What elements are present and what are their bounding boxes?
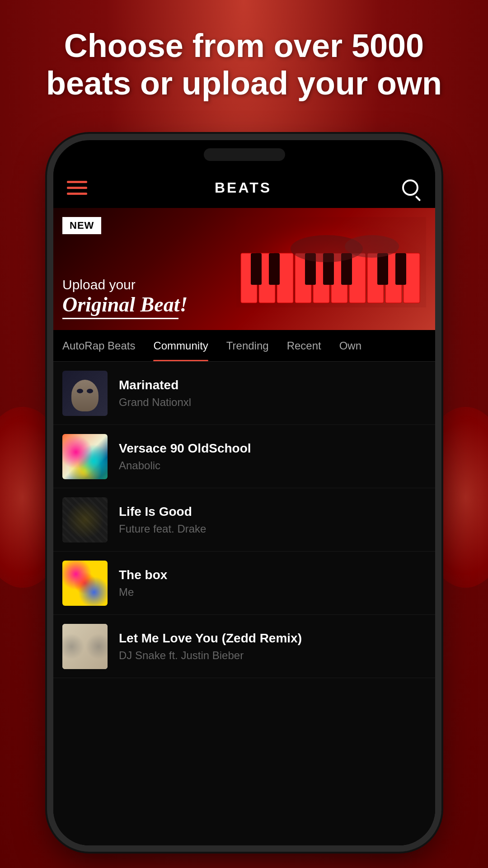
banner-upload-text: Upload your [62, 277, 188, 292]
beat-artwork-5 [62, 624, 108, 669]
beat-info-3: Life Is Good Future feat. Drake [119, 505, 426, 535]
beat-name-2: Versace 90 OldSchool [119, 441, 426, 456]
search-icon [402, 179, 418, 196]
beat-item[interactable]: Let Me Love You (Zedd Remix) DJ Snake ft… [53, 615, 435, 678]
banner-beat-text: Original Beat! [62, 292, 188, 316]
phone-screen: BEATS [53, 140, 435, 845]
phone-mockup: BEATS [53, 140, 435, 845]
beat-name-3: Life Is Good [119, 505, 426, 519]
tab-recent[interactable]: Recent [278, 330, 330, 361]
face-artwork [71, 380, 99, 411]
banner-text-block: Upload your Original Beat! [62, 277, 188, 316]
beat-artwork-3 [62, 497, 108, 542]
beat-artist-2: Anabolic [119, 459, 426, 472]
app-title: BEATS [215, 179, 272, 196]
beat-info-2: Versace 90 OldSchool Anabolic [119, 441, 426, 472]
beat-name-1: Marinated [119, 378, 426, 392]
tab-own[interactable]: Own [330, 330, 371, 361]
artwork-overlay [62, 497, 108, 542]
phone-notch [204, 148, 285, 161]
beat-artwork-1 [62, 371, 108, 416]
svg-rect-16 [377, 253, 388, 285]
beat-artist-4: Me [119, 586, 426, 599]
beat-info-4: The box Me [119, 568, 426, 599]
tab-trending[interactable]: Trending [217, 330, 278, 361]
svg-rect-11 [251, 253, 262, 285]
tab-autorap-beats[interactable]: AutoRap Beats [53, 330, 144, 361]
promo-headline: Choose from over 5000 beats or upload yo… [0, 27, 488, 102]
menu-button[interactable] [67, 181, 87, 195]
beat-item[interactable]: Life Is Good Future feat. Drake [53, 488, 435, 552]
beat-item[interactable]: Marinated Grand Nationxl [53, 362, 435, 425]
keyboard-image [236, 217, 426, 316]
search-button[interactable] [399, 176, 422, 199]
beat-info-1: Marinated Grand Nationxl [119, 378, 426, 409]
svg-rect-12 [269, 253, 280, 285]
beat-artwork-4 [62, 561, 108, 606]
beat-info-5: Let Me Love You (Zedd Remix) DJ Snake ft… [119, 631, 426, 662]
beat-artist-5: DJ Snake ft. Justin Bieber [119, 649, 426, 662]
app-header: BEATS [53, 167, 435, 208]
beat-item[interactable]: The box Me [53, 552, 435, 615]
beat-artist-1: Grand Nationxl [119, 396, 426, 409]
category-tabs: AutoRap Beats Community Trending Recent … [53, 330, 435, 362]
beat-name-5: Let Me Love You (Zedd Remix) [119, 631, 426, 646]
new-badge: NEW [62, 217, 101, 234]
svg-point-19 [345, 235, 399, 258]
beat-name-4: The box [119, 568, 426, 582]
beat-item[interactable]: Versace 90 OldSchool Anabolic [53, 425, 435, 488]
svg-rect-17 [395, 253, 406, 285]
beat-artwork-2 [62, 434, 108, 479]
upload-banner[interactable]: NEW Upload your Original Beat! [53, 208, 435, 330]
beat-artist-3: Future feat. Drake [119, 523, 426, 535]
beat-list: Marinated Grand Nationxl Versace 90 OldS… [53, 362, 435, 845]
tab-community[interactable]: Community [144, 330, 217, 361]
